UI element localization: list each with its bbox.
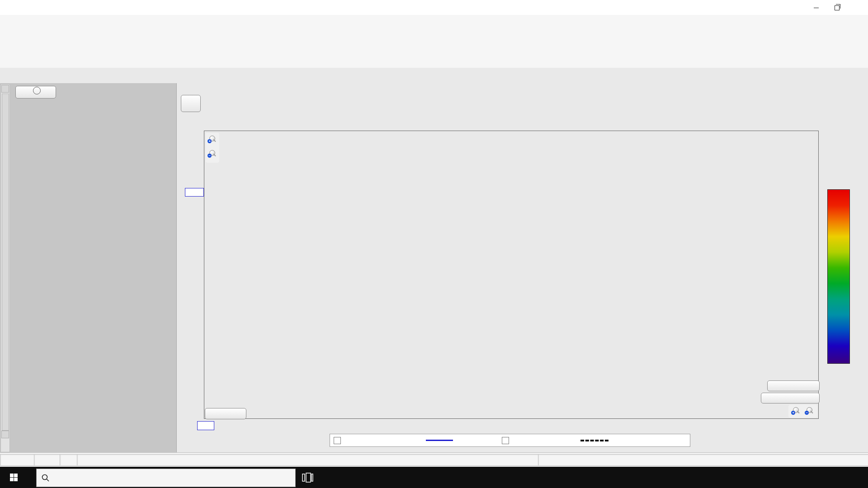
generate-button[interactable] (205, 408, 246, 419)
y-cursor-value[interactable] (185, 188, 204, 197)
zoom-in-icon[interactable]: + (208, 136, 216, 143)
status-bar (0, 452, 868, 467)
freq-range-button[interactable] (761, 393, 820, 404)
time-range-button[interactable] (767, 380, 820, 391)
zoom-out-icon[interactable]: − (806, 407, 813, 414)
scrollbar-thumb[interactable] (2, 94, 9, 431)
collapse-chevron-icon (33, 87, 41, 94)
search-icon (41, 474, 50, 483)
rew-application-window: + − + − (0, 0, 868, 488)
zoom-overlay-vertical: + − (206, 133, 219, 163)
spectrogram-plot[interactable] (204, 131, 819, 419)
measurements-sidebar (0, 83, 177, 452)
collapse-button[interactable] (15, 86, 56, 99)
series2-line-swatch (580, 440, 609, 441)
series1-line-swatch (426, 440, 453, 441)
windows-logo-icon (10, 474, 18, 481)
scroll-down-icon[interactable] (1, 431, 9, 438)
series1-checkbox[interactable] (334, 437, 341, 444)
taskbar-search-input[interactable] (36, 469, 296, 487)
status-message (77, 454, 542, 466)
sidebar-scrollbar[interactable] (0, 84, 10, 452)
close-button[interactable] (847, 0, 868, 15)
plot-legend (330, 434, 690, 447)
restore-button[interactable] (826, 0, 847, 15)
colorbar (827, 189, 850, 364)
app-icon (4, 3, 12, 11)
minimize-button[interactable] (806, 0, 826, 15)
graph-panel: + − + − (177, 83, 868, 452)
scroll-up-icon[interactable] (1, 85, 9, 93)
zoom-out-icon[interactable]: − (208, 150, 216, 157)
series2-checkbox[interactable] (502, 437, 509, 444)
main-area: + − + − (0, 83, 868, 452)
status-empty (538, 454, 868, 466)
zoom-in-icon[interactable]: + (792, 407, 799, 414)
zoom-overlay-horizontal: + − (788, 405, 817, 418)
menu-bar (0, 15, 868, 28)
x-cursor-value[interactable] (197, 421, 214, 430)
start-button[interactable] (0, 467, 27, 488)
toolbar (0, 27, 868, 68)
task-view-icon[interactable] (301, 471, 316, 486)
title-bar (0, 0, 868, 15)
capture-button[interactable] (181, 95, 201, 112)
status-memory (0, 454, 38, 466)
donation-banner (0, 68, 868, 84)
windows-taskbar (0, 467, 868, 488)
